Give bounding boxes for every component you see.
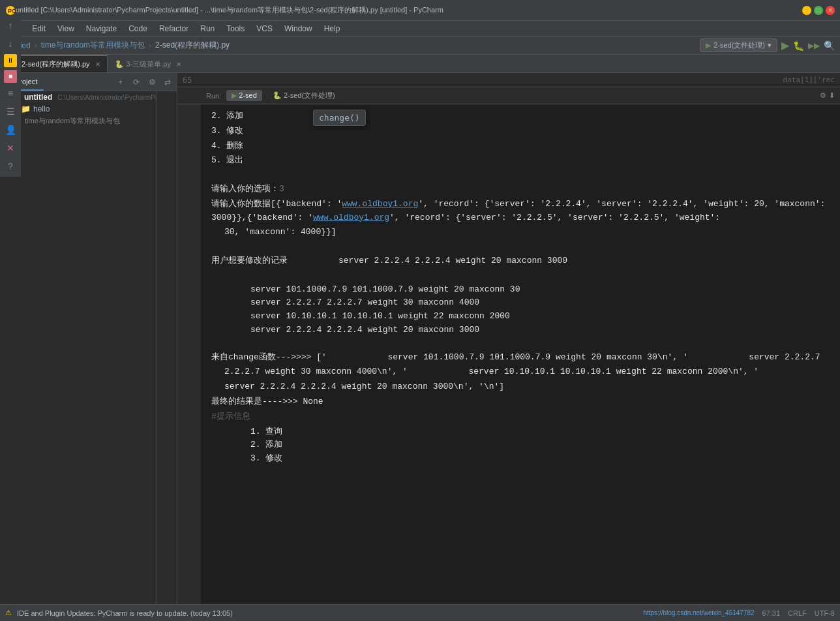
out-change-label-line: 用户想要修改的记录 server 2.2.2.4 2.2.2.4 weight …: [211, 254, 830, 268]
settings-btn[interactable]: ⚙: [145, 76, 158, 89]
action-console-btn[interactable]: ≡: [3, 85, 18, 101]
action-up-btn[interactable]: ↑: [3, 18, 18, 33]
action-pause-btn[interactable]: ⏸: [4, 54, 17, 67]
out-menu2-item-1: 1. 查询: [250, 425, 830, 439]
run-close-icon[interactable]: ⬇: [829, 91, 835, 100]
action-down-btn[interactable]: ↓: [3, 36, 18, 52]
status-right: https://blog.csdn.net/weixin_45147782 67…: [643, 609, 835, 617]
debug-icon[interactable]: 🐛: [793, 40, 804, 51]
tab-close-0[interactable]: ✕: [95, 61, 100, 68]
editor-tab-1[interactable]: 🐍 3-三级菜单.py ✕: [108, 55, 188, 72]
out-change-func-line2: 2.2.2.7 weight 30 maxconn 4000\n', ' ser…: [224, 365, 830, 379]
run-bar: ↑ ↓ ⏸ ■ ≡ ☰ 👤 ✕ ? Run: ▶ 2-sed 🐍 2-sed(文…: [177, 87, 840, 104]
maximize-button[interactable]: □: [814, 6, 823, 15]
tree-path-root: C:\Users\Administrator\PycharmPro...: [57, 94, 157, 101]
tab-python-icon-1: 🐍: [115, 60, 124, 68]
project-tabs-bar: ▾ Project + ⟳ ⚙ ⇄: [0, 73, 177, 91]
out-change-func-line3: server 2.2.2.4 2.2.2.4 weight 20 maxconn…: [224, 380, 830, 394]
autocomplete-text: change(): [319, 113, 360, 123]
run-settings-icon[interactable]: ⚙: [820, 91, 826, 100]
out-link-1[interactable]: www.oldboy1.org: [342, 199, 418, 209]
out-link-2[interactable]: www.oldboy1.org: [313, 213, 389, 222]
titlebar: PC untitled [C:\Users\Administrator\Pych…: [0, 0, 840, 21]
menu-item-code[interactable]: Code: [123, 23, 153, 35]
run-tab-2-icon: 🐍: [273, 91, 282, 99]
tree-item-time[interactable]: 📁 time与random等常用模块与包: [0, 115, 156, 127]
menubar: FileEditViewNavigateCodeRefactorRunTools…: [0, 21, 840, 37]
out-menu2-item-3: 3. 修改: [250, 452, 830, 466]
tree-label-hello: hello: [33, 104, 50, 114]
close-button[interactable]: ✕: [826, 6, 835, 15]
code-line-hint: 65 data[1]['rec: [177, 73, 840, 87]
action-stop-btn[interactable]: ■: [4, 70, 17, 83]
action-help-btn[interactable]: ?: [3, 159, 18, 174]
autocomplete-popup[interactable]: change(): [313, 110, 366, 126]
action-lines-btn[interactable]: ☰: [3, 104, 18, 119]
new-file-btn[interactable]: +: [114, 76, 127, 89]
status-link[interactable]: https://blog.csdn.net/weixin_45147782: [643, 609, 754, 617]
breadcrumb-row: untitled › time与random等常用模块与包 › 2-sed(程序…: [0, 37, 840, 55]
status-crlf[interactable]: CRLF: [788, 609, 807, 617]
out-data-cont: 30, 'maxconn': 4000}}]: [224, 227, 337, 237]
menu-item-view[interactable]: View: [52, 23, 80, 35]
run-tab-1-label: 2-sed: [239, 91, 257, 99]
out-menu-item-3: 3. 修改: [211, 125, 830, 138]
line-number-hint: 65: [183, 76, 192, 85]
out-prompt-value: 3: [279, 184, 284, 194]
out-hint-label: #提示信息: [211, 410, 830, 424]
run-coverage-icon[interactable]: ▶▶: [808, 41, 820, 50]
menu-item-navigate[interactable]: Navigate: [81, 23, 122, 35]
menu-item-vcs[interactable]: VCS: [251, 23, 278, 35]
status-update-msg: IDE and Plugin Updates: PyCharm is ready…: [17, 609, 233, 617]
menu-item-run[interactable]: Run: [195, 23, 220, 35]
breadcrumb-file[interactable]: 2-sed(程序的解耦).py: [155, 40, 230, 51]
output-area[interactable]: 2. 添加 3. 修改 4. 删除 5. 退出 请输入你的选项：3 请输入你的数…: [201, 104, 840, 604]
out-data-mid2: ', 'record': {'server': '2.2.2.5', 'serv…: [389, 213, 720, 222]
tree-item-root[interactable]: ▼ 📁 untitled C:\Users\Administrator\Pych…: [0, 91, 156, 103]
folder-icon-hello: 📁: [21, 104, 31, 114]
out-server-2: server 2.2.2.7 2.2.2.7 weight 30 maxconn…: [250, 296, 830, 310]
menu-item-help[interactable]: Help: [319, 23, 346, 35]
file-tree: ▼ 📁 untitled C:\Users\Administrator\Pych…: [0, 91, 157, 604]
menu-item-window[interactable]: Window: [279, 23, 318, 35]
status-bar: ⚠ IDE and Plugin Updates: PyCharm is rea…: [0, 604, 840, 621]
project-tab-controls: + ⟳ ⚙ ⇄: [114, 76, 174, 89]
run-play-icon[interactable]: ▶: [781, 39, 789, 52]
expand-btn[interactable]: ⇄: [161, 76, 174, 89]
run-config-icon: ▶: [706, 41, 711, 50]
run-config-dropdown-icon: ▾: [768, 41, 772, 50]
out-menu-item-5: 5. 退出: [211, 154, 830, 168]
run-tab-1[interactable]: ▶ 2-sed: [226, 90, 262, 101]
app-icon: PC: [5, 5, 16, 16]
breadcrumb-folder[interactable]: time与random等常用模块与包: [41, 40, 145, 51]
out-final-result: 最终的结果是---->>> None: [211, 395, 830, 409]
svg-text:PC: PC: [8, 8, 16, 14]
menu-item-refactor[interactable]: Refactor: [154, 23, 194, 35]
action-user-btn[interactable]: 👤: [3, 122, 18, 138]
out-server-4: server 2.2.2.4 2.2.2.4 weight 20 maxconn…: [250, 324, 830, 337]
status-charset[interactable]: UTF-8: [815, 609, 835, 617]
out-server-1: server 101.1000.7.9 101.1000.7.9 weight …: [250, 283, 830, 297]
code-context-hint: data[1]['rec: [783, 76, 835, 84]
out-prompt-label: 请输入你的选项：: [211, 184, 279, 194]
out-menu-item-4: 4. 删除: [211, 140, 830, 153]
minimize-button[interactable]: ─: [802, 6, 811, 15]
tab-label-0: 2-sed(程序的解耦).py: [22, 59, 90, 69]
breadcrumb-sep2: ›: [149, 41, 151, 50]
status-position[interactable]: 67:31: [762, 609, 781, 617]
search-everywhere-icon[interactable]: 🔍: [824, 40, 835, 51]
action-close2-btn[interactable]: ✕: [3, 140, 18, 156]
out-change-func-line1: 来自change函数--->>>> [' server 101.1000.7.9…: [211, 351, 830, 365]
breadcrumb-sep1: ›: [35, 41, 37, 50]
out-server-3: server 10.10.10.1 10.10.10.1 weight 22 m…: [250, 310, 830, 324]
tree-item-hello[interactable]: ▶ 📁 hello: [0, 103, 156, 115]
run-bar-right-controls: ⚙ ⬇: [820, 91, 835, 100]
run-config-button[interactable]: ▶ 2-sed(文件处理) ▾: [700, 38, 777, 52]
out-data-label: 请输入你的数据: [211, 199, 271, 209]
run-tab-2[interactable]: 🐍 2-sed(文件处理): [267, 89, 340, 102]
menu-item-tools[interactable]: Tools: [221, 23, 250, 35]
out-menu-item-2: 2. 添加: [211, 110, 830, 123]
sync-btn[interactable]: ⟳: [130, 76, 143, 89]
menu-item-edit[interactable]: Edit: [27, 23, 51, 35]
tab-close-1[interactable]: ✕: [176, 61, 181, 68]
